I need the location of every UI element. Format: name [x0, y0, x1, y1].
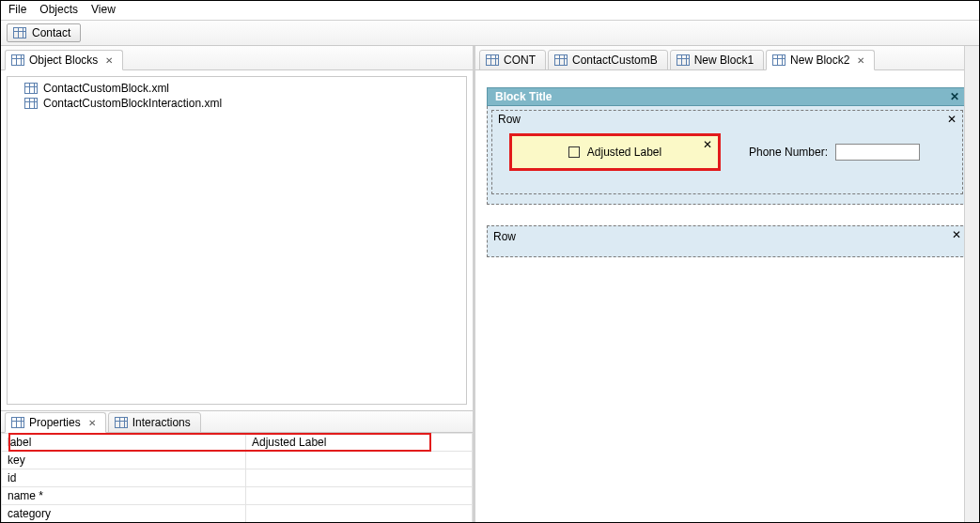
table-icon	[772, 54, 786, 66]
prop-name: name *	[2, 487, 246, 505]
editor-tab-newblock1[interactable]: New Block1	[670, 50, 764, 70]
close-icon[interactable]: ✕	[857, 55, 864, 66]
toolbar: Contact	[1, 21, 979, 46]
table-row[interactable]: name *	[2, 487, 473, 505]
editor-tab-newblock2[interactable]: New Block2 ✕	[766, 50, 875, 70]
editor-tab-contactcustomb[interactable]: ContactCustomB	[548, 50, 668, 70]
prop-value[interactable]	[246, 469, 473, 487]
table-icon	[11, 417, 24, 428]
close-icon[interactable]: ✕	[105, 55, 113, 66]
table-icon	[677, 54, 690, 66]
prop-value[interactable]	[246, 505, 473, 523]
row-label: Row	[498, 113, 521, 126]
tree-item-label: ContactCustomBlockInteraction.xml	[43, 97, 222, 110]
editor-tab-label: New Block2	[790, 54, 849, 67]
prop-name: category	[2, 505, 246, 523]
tree-item-label: ContactCustomBlock.xml	[43, 82, 169, 95]
close-icon[interactable]: ✕	[88, 418, 96, 428]
tab-properties-label: Properties	[29, 416, 81, 429]
field-phone-number[interactable]: Phone Number:	[749, 144, 920, 161]
phone-input[interactable]	[835, 144, 920, 161]
tab-properties[interactable]: Properties ✕	[5, 412, 106, 433]
tab-interactions-label: Interactions	[132, 416, 191, 429]
table-icon	[554, 54, 568, 66]
vertical-scrollbar[interactable]	[964, 46, 979, 523]
prop-name: label	[2, 434, 246, 452]
field-label: Adjusted Label	[587, 146, 661, 159]
tab-object-blocks[interactable]: Object Blocks ✕	[5, 50, 123, 70]
table-row[interactable]: label Adjusted Label	[2, 434, 473, 452]
object-blocks-tabbar: Object Blocks ✕	[1, 46, 473, 70]
editor-tab-label: ContactCustomB	[572, 54, 658, 67]
editor-tab-label: New Block1	[694, 54, 754, 67]
prop-value[interactable]	[246, 452, 473, 469]
tab-interactions[interactable]: Interactions	[108, 412, 201, 433]
tree-item[interactable]: ContactCustomBlockInteraction.xml	[9, 96, 464, 111]
table-icon	[24, 98, 38, 109]
menu-file[interactable]: File	[8, 3, 26, 16]
selected-field-adjusted-label[interactable]: ✕ Adjusted Label	[509, 133, 721, 171]
checkbox-icon[interactable]	[568, 146, 580, 158]
field-label: Phone Number:	[749, 146, 828, 159]
block-canvas[interactable]: Block Title ✕ Row ✕ ✕ Adjusted Label Pho…	[475, 70, 979, 523]
table-icon	[24, 83, 38, 94]
block-title-text: Block Title	[495, 90, 552, 103]
prop-value[interactable]	[246, 487, 473, 505]
object-blocks-tree[interactable]: ContactCustomBlock.xml ContactCustomBloc…	[7, 76, 467, 405]
tree-item[interactable]: ContactCustomBlock.xml	[9, 81, 464, 96]
properties-panel: label Adjusted Label key id name * categ…	[1, 433, 473, 523]
block-title-bar[interactable]: Block Title ✕	[487, 87, 968, 106]
breadcrumb-contact[interactable]: Contact	[7, 23, 81, 42]
table-row[interactable]: id	[2, 469, 473, 487]
prop-value[interactable]: Adjusted Label	[246, 434, 473, 452]
close-icon[interactable]: ✕	[947, 113, 957, 126]
table-icon	[115, 417, 128, 428]
table-row[interactable]: key	[2, 452, 473, 469]
menu-bar: File Objects View	[1, 1, 979, 21]
editor-tabs: CONT ContactCustomB New Block1 New Block…	[475, 46, 979, 70]
table-row[interactable]: category	[2, 505, 473, 523]
row-container[interactable]: Row ✕ ✕ Adjusted Label Phone Number:	[491, 110, 963, 194]
row-container[interactable]: Row ✕	[487, 225, 968, 257]
close-icon[interactable]: ✕	[703, 138, 712, 151]
table-icon	[486, 54, 499, 66]
tab-object-blocks-label: Object Blocks	[29, 54, 98, 67]
prop-name: key	[2, 452, 246, 469]
editor-tab-cont[interactable]: CONT	[479, 50, 546, 70]
properties-table: label Adjusted Label key id name * categ…	[1, 433, 473, 523]
menu-objects[interactable]: Objects	[39, 3, 78, 16]
table-icon	[13, 27, 26, 38]
prop-name: id	[2, 469, 246, 487]
table-icon	[11, 54, 24, 66]
menu-view[interactable]: View	[91, 3, 116, 16]
editor-tab-label: CONT	[504, 54, 536, 67]
breadcrumb-contact-label: Contact	[32, 26, 70, 39]
close-icon[interactable]: ✕	[952, 228, 961, 241]
bottom-tabs: Properties ✕ Interactions	[1, 410, 473, 433]
block-body: Row ✕ ✕ Adjusted Label Phone Number:	[487, 106, 968, 205]
close-icon[interactable]: ✕	[950, 90, 959, 103]
row-label: Row	[493, 230, 516, 243]
